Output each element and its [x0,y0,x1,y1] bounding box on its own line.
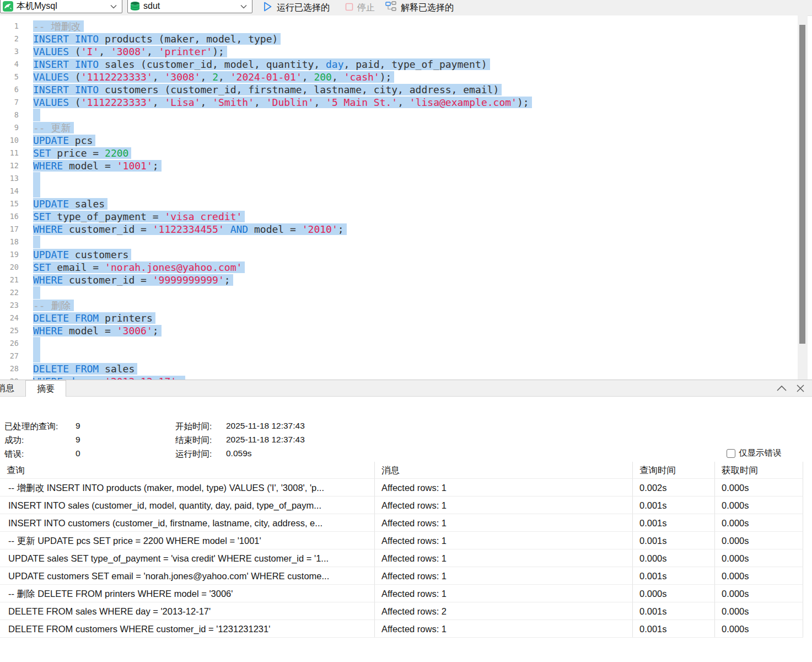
message-cell: Affected rows: 1 [375,514,633,531]
run-icon [262,1,273,14]
database-dropdown[interactable]: sdut [127,0,252,13]
line-number: 12 [0,159,19,172]
code-line[interactable]: 15UPDATE sales [0,197,798,210]
stop-button: 停止 [345,0,375,15]
column-header-query[interactable]: 查询 [0,462,375,478]
code-line[interactable]: 8 [0,109,798,121]
table-row[interactable]: UPDATE customers SET email = 'norah.jone… [0,567,803,584]
table-row[interactable]: -- 更新 UPDATE pcs SET price = 2200 WHERE … [0,531,803,549]
code-line[interactable]: 12WHERE model = '1001'; [0,159,798,172]
table-row[interactable]: DELETE FROM customers WHERE customer_id … [0,620,803,637]
tab-messages[interactable]: 消息 [0,380,25,396]
editor-scrollbar[interactable] [798,15,808,380]
line-number: 23 [0,299,19,312]
column-header-query-time[interactable]: 查询时间 [633,462,715,478]
run-selected-button[interactable]: 运行已选择的 [262,0,330,15]
code-line[interactable]: 6INSERT INTO customers (customer_id, fir… [0,83,798,96]
errors-only-checkbox[interactable] [727,449,735,458]
code-text: DELETE FROM sales [19,362,137,375]
explain-selected-button[interactable]: 解释已选择的 [385,0,454,15]
line-number: 4 [0,58,19,71]
code-line[interactable]: 4INSERT INTO sales (customer_id, model, … [0,58,798,71]
table-row[interactable]: DELETE FROM sales WHERE day = '2013-12-1… [0,602,803,620]
line-number: 10 [0,134,19,147]
code-line[interactable]: 27 [0,350,798,362]
line-number: 2 [0,33,19,45]
code-line[interactable]: 19UPDATE customers [0,248,798,261]
connection-value: 本机Mysql [17,1,57,12]
line-number: 20 [0,261,19,274]
query-time-cell: 0.001s [633,514,715,531]
code-line[interactable]: 7VALUES ('1112223333', 'Lisa', 'Smith', … [0,96,798,109]
code-line[interactable]: 18 [0,236,798,248]
code-text: SET price = 2200 [19,147,131,159]
line-number: 26 [0,337,19,350]
table-row[interactable]: UPDATE sales SET type_of_payment = 'visa… [0,549,803,567]
table-row[interactable]: INSERT INTO customers (customer_id, firs… [0,514,803,531]
code-line[interactable]: 2INSERT INTO products (maker, model, typ… [0,33,798,45]
run-selected-label: 运行已选择的 [277,2,330,14]
code-line[interactable]: 28DELETE FROM sales [0,362,798,375]
code-line[interactable]: 11SET price = 2200 [0,147,798,159]
code-text: VALUES ('I', '3008', 'printer'); [19,45,227,58]
code-text: SET email = 'norah.jones@yahoo.com' [19,261,245,274]
sql-editor[interactable]: 1-- 增删改2INSERT INTO products (maker, mod… [0,15,798,384]
message-cell: Affected rows: 1 [375,567,633,584]
code-line[interactable]: 5VALUES ('1112223333', '3008', 2, '2024-… [0,71,798,83]
code-line[interactable]: 3VALUES ('I', '3008', 'printer'); [0,45,798,58]
scrollbar-thumb[interactable] [799,25,805,344]
database-icon [130,1,140,12]
query-cell: INSERT INTO customers (customer_id, firs… [0,514,375,531]
code-line[interactable]: 10UPDATE pcs [0,134,798,147]
code-line[interactable]: 21WHERE customer_id = '9999999999'; [0,274,798,286]
processed-queries-value: 9 [76,421,80,431]
code-line[interactable]: 14 [0,185,798,197]
line-number: 27 [0,350,19,362]
line-number: 7 [0,96,19,109]
code-line[interactable]: 24DELETE FROM printers [0,312,798,324]
chevron-down-icon [240,1,247,11]
code-text [19,172,40,185]
mysql-connection-icon [3,1,13,12]
line-number: 19 [0,248,19,261]
message-cell: Affected rows: 2 [375,602,633,620]
sql-tool-window: 本机Mysql sdut 运行已选择的 停止 [0,0,812,662]
table-row[interactable]: -- 增删改 INSERT INTO products (maker, mode… [0,478,803,496]
code-text: VALUES ('1112223333', 'Lisa', 'Smith', '… [19,96,532,109]
query-time-cell: 0.001s [633,567,715,584]
line-number: 1 [0,20,19,33]
line-number: 6 [0,83,19,96]
chevron-up-icon[interactable] [776,385,788,392]
table-row[interactable]: -- 删除 DELETE FROM printers WHERE model =… [0,584,803,602]
code-line[interactable]: 26 [0,337,798,350]
query-time-cell: 0.000s [633,584,715,602]
tab-summary[interactable]: 摘要 [25,380,66,397]
code-line[interactable]: 25WHERE model = '3006'; [0,324,798,337]
message-cell: Affected rows: 1 [375,584,633,602]
close-icon[interactable] [795,383,805,393]
code-line[interactable]: 9-- 更新 [0,121,798,134]
table-row[interactable]: INSERT INTO sales (customer_id, model, q… [0,496,803,514]
fetch-time-cell: 0.000s [715,514,803,531]
code-line[interactable]: 22 [0,286,798,299]
column-header-message[interactable]: 消息 [375,462,633,478]
connection-dropdown[interactable]: 本机Mysql [0,0,122,13]
code-line[interactable]: 23-- 删除 [0,299,798,312]
query-cell: UPDATE sales SET type_of_payment = 'visa… [0,549,375,567]
errors-only-toggle[interactable]: 仅显示错误 [727,447,782,459]
stop-label: 停止 [357,2,375,14]
chevron-down-icon [110,1,117,11]
code-line[interactable]: 16SET type_of_payment = 'visa credit' [0,210,798,223]
column-header-fetch-time[interactable]: 获取时间 [715,462,803,478]
line-number: 9 [0,121,19,134]
duration-label: 运行时间: [175,449,212,460]
code-line[interactable]: 17WHERE customer_id = '1122334455' AND m… [0,223,798,236]
code-line[interactable]: 20SET email = 'norah.jones@yahoo.com' [0,261,798,274]
message-cell: Affected rows: 1 [375,496,633,514]
code-line[interactable]: 13 [0,172,798,185]
code-text: DELETE FROM printers [19,312,155,324]
fetch-time-cell: 0.000s [715,584,803,602]
query-cell: DELETE FROM customers WHERE customer_id … [0,620,375,637]
line-number: 5 [0,71,19,83]
code-line[interactable]: 1-- 增删改 [0,20,798,33]
